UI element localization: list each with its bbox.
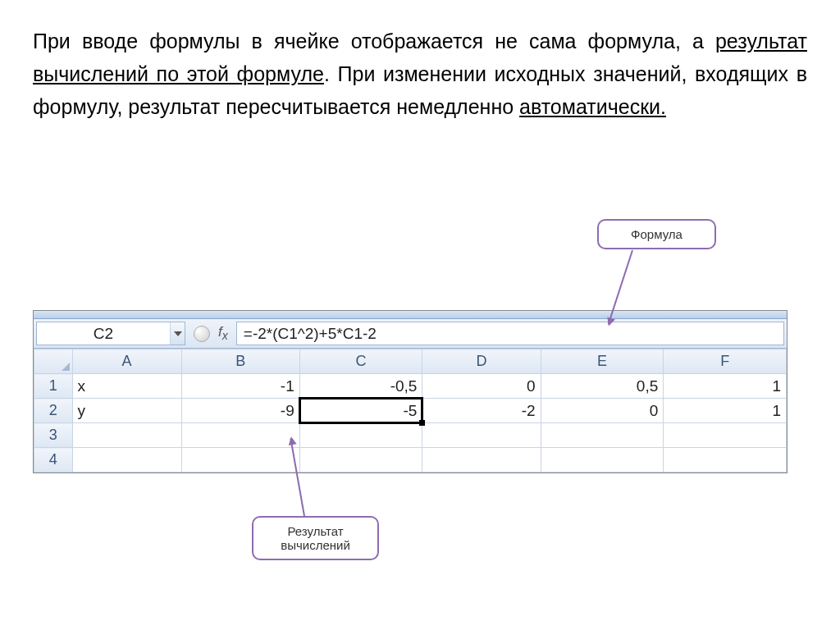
row-header-3[interactable]: 3	[34, 423, 73, 448]
formula-bar-icons: fx	[185, 319, 236, 348]
col-header-e[interactable]: E	[541, 349, 664, 374]
name-box-value: C2	[37, 325, 170, 343]
callout-formula: Формула	[597, 219, 716, 249]
col-header-c[interactable]: C	[299, 349, 422, 374]
formula-bar-row: C2 fx =-2*(C1^2)+5*C1-2	[34, 319, 787, 349]
row-header-4[interactable]: 4	[34, 448, 73, 472]
callout-result: Результат вычислений	[252, 516, 379, 560]
select-all-corner[interactable]	[34, 349, 73, 374]
cell-d1[interactable]: 0	[422, 374, 541, 399]
cell-a1[interactable]: x	[72, 374, 181, 399]
fx-icon[interactable]: fx	[218, 324, 228, 342]
table-row: 1 x -1 -0,5 0 0,5 1	[34, 374, 787, 399]
table-row: 3	[34, 423, 787, 448]
cell-d3[interactable]	[422, 423, 541, 448]
cell-e2[interactable]: 0	[541, 399, 664, 423]
name-box-dropdown[interactable]	[170, 322, 185, 345]
callout-formula-label: Формула	[631, 227, 682, 241]
spreadsheet-window: C2 fx =-2*(C1^2)+5*C1-2 A B C D E F 1 x …	[33, 310, 788, 473]
cancel-icon[interactable]	[194, 326, 210, 342]
row-header-1[interactable]: 1	[34, 374, 73, 399]
paragraph-underline2: автоматически.	[519, 95, 666, 118]
table-row: 4	[34, 448, 787, 472]
col-header-a[interactable]: A	[72, 349, 181, 374]
row-header-2[interactable]: 2	[34, 399, 73, 423]
cell-f2[interactable]: 1	[664, 399, 787, 423]
cell-a2[interactable]: y	[72, 399, 181, 423]
cell-d2[interactable]: -2	[422, 399, 541, 423]
window-chrome-strip	[34, 311, 787, 319]
spreadsheet-grid: A B C D E F 1 x -1 -0,5 0 0,5 1 2 y -9 -…	[34, 349, 787, 472]
name-box[interactable]: C2	[36, 322, 185, 345]
cell-f3[interactable]	[664, 423, 787, 448]
cell-b2[interactable]: -9	[181, 399, 299, 423]
table-row: 2 y -9 -5 -2 0 1	[34, 399, 787, 423]
paragraph-part1: При вводе формулы в ячейке отображается …	[33, 30, 715, 52]
cell-b3[interactable]	[181, 423, 299, 448]
cell-e3[interactable]	[541, 423, 664, 448]
col-header-f[interactable]: F	[664, 349, 787, 374]
cell-c4[interactable]	[299, 448, 422, 472]
cell-b1[interactable]: -1	[181, 374, 299, 399]
cell-c2-active[interactable]: -5	[299, 399, 422, 423]
cell-c1[interactable]: -0,5	[299, 374, 422, 399]
cell-c3[interactable]	[299, 423, 422, 448]
explanatory-paragraph: При вводе формулы в ячейке отображается …	[33, 25, 807, 123]
col-header-d[interactable]: D	[422, 349, 541, 374]
col-header-b[interactable]: B	[181, 349, 299, 374]
cell-e4[interactable]	[541, 448, 664, 472]
callout-result-label-1: Результат	[287, 524, 343, 538]
chevron-down-icon	[174, 331, 182, 336]
callout-result-label-2: вычислений	[281, 538, 350, 552]
formula-bar-input[interactable]: =-2*(C1^2)+5*C1-2	[236, 322, 784, 345]
cell-f1[interactable]: 1	[664, 374, 787, 399]
formula-bar-text: =-2*(C1^2)+5*C1-2	[244, 325, 377, 343]
cell-f4[interactable]	[664, 448, 787, 472]
cell-d4[interactable]	[422, 448, 541, 472]
cell-a3[interactable]	[72, 423, 181, 448]
cell-b4[interactable]	[181, 448, 299, 472]
cell-a4[interactable]	[72, 448, 181, 472]
cell-e1[interactable]: 0,5	[541, 374, 664, 399]
